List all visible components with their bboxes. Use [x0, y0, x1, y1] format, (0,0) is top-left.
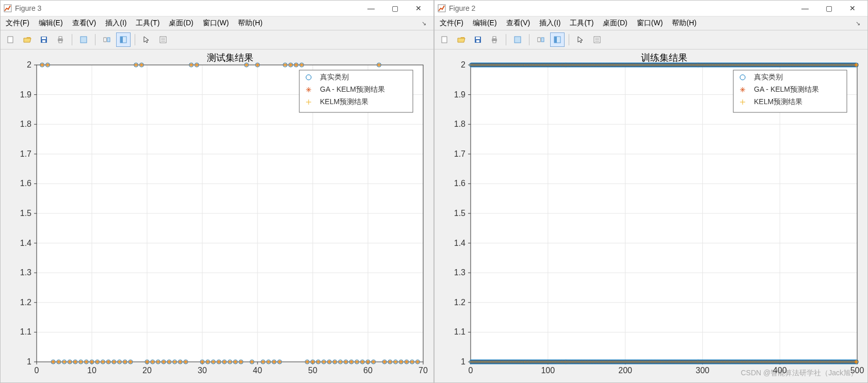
minimize-button[interactable]: —: [793, 1, 817, 16]
svg-text:0: 0: [35, 366, 39, 375]
figure-palette-icon[interactable]: [76, 32, 91, 47]
close-button[interactable]: ✕: [407, 1, 430, 16]
svg-text:0: 0: [469, 366, 473, 375]
toolbar: [435, 30, 867, 49]
svg-rect-9: [104, 38, 106, 42]
menu-tools[interactable]: 工具(T): [570, 19, 593, 28]
dock-icon[interactable]: [550, 32, 565, 47]
svg-text:1.5: 1.5: [20, 209, 31, 218]
maximize-button[interactable]: ▢: [383, 1, 407, 16]
figure-palette-icon[interactable]: [510, 32, 525, 47]
new-icon[interactable]: [4, 32, 18, 47]
new-icon[interactable]: [438, 32, 452, 47]
titlebar[interactable]: Figure 2 — ▢ ✕: [435, 1, 867, 16]
pointer-icon[interactable]: [573, 32, 588, 47]
svg-text:真实类别: 真实类别: [754, 73, 783, 81]
menu-window[interactable]: 窗口(W): [637, 19, 663, 28]
dock-icon[interactable]: [116, 32, 131, 47]
svg-text:30: 30: [198, 366, 207, 375]
maximize-button[interactable]: ▢: [817, 1, 841, 16]
svg-rect-8: [81, 37, 87, 43]
open-icon[interactable]: [454, 32, 469, 47]
svg-text:KELM预测结果: KELM预测结果: [754, 97, 802, 106]
print-icon[interactable]: [487, 32, 502, 47]
menu-desktop[interactable]: 桌面(D): [169, 19, 193, 28]
menu-insert[interactable]: 插入(I): [105, 19, 126, 28]
svg-rect-3: [42, 37, 46, 39]
menu-help[interactable]: 帮助(H): [672, 19, 696, 28]
svg-rect-579: [515, 37, 521, 43]
window-title: Figure 2: [449, 4, 475, 12]
svg-text:2: 2: [461, 60, 465, 69]
svg-text:1.7: 1.7: [20, 149, 31, 158]
menu-view[interactable]: 查看(V): [506, 19, 531, 28]
svg-rect-574: [476, 37, 480, 39]
figure-window-2: Figure 2 — ▢ ✕ 文件(F) 编辑(E) 查看(V) 插入(I) 工…: [434, 0, 868, 383]
separator: [506, 34, 506, 45]
svg-rect-12: [120, 37, 123, 43]
svg-rect-578: [493, 41, 496, 43]
svg-text:500: 500: [850, 366, 864, 375]
svg-text:真实类别: 真实类别: [320, 73, 349, 81]
minimize-button[interactable]: —: [359, 1, 383, 16]
close-button[interactable]: ✕: [841, 1, 864, 16]
svg-rect-572: [442, 37, 447, 43]
pointer-icon[interactable]: [139, 32, 154, 47]
save-icon[interactable]: [37, 32, 51, 47]
menu-overflow-icon[interactable]: ↘: [422, 20, 426, 27]
svg-rect-577: [493, 37, 496, 39]
svg-rect-7: [59, 41, 62, 43]
open-icon[interactable]: [20, 32, 35, 47]
separator: [135, 34, 135, 45]
separator: [72, 34, 72, 45]
svg-rect-575: [476, 40, 479, 42]
svg-text:20: 20: [142, 366, 152, 375]
menu-insert[interactable]: 插入(I): [539, 19, 560, 28]
menu-window[interactable]: 窗口(W): [203, 19, 229, 28]
menu-edit[interactable]: 编辑(E): [39, 19, 63, 28]
inspect-icon[interactable]: [156, 32, 170, 47]
svg-text:1.8: 1.8: [454, 120, 465, 128]
window-title: Figure 3: [15, 4, 41, 12]
menu-edit[interactable]: 编辑(E): [473, 19, 497, 28]
matlab-icon: [438, 4, 446, 12]
menu-help[interactable]: 帮助(H): [238, 19, 262, 28]
svg-text:1.6: 1.6: [20, 179, 31, 188]
titlebar[interactable]: Figure 3 — ▢ ✕: [1, 1, 433, 16]
print-icon[interactable]: [53, 32, 68, 47]
svg-text:60: 60: [363, 366, 373, 375]
link-axes-icon[interactable]: [534, 32, 548, 47]
menu-tools[interactable]: 工具(T): [136, 19, 159, 28]
svg-rect-583: [554, 37, 557, 43]
svg-text:1.2: 1.2: [20, 298, 31, 307]
svg-text:1.1: 1.1: [454, 327, 465, 336]
svg-rect-581: [541, 38, 544, 42]
separator: [569, 34, 569, 45]
menu-file[interactable]: 文件(F): [440, 19, 463, 28]
svg-text:1.7: 1.7: [454, 149, 465, 158]
plot-area[interactable]: 010020030040050011.11.21.31.41.51.61.71.…: [435, 49, 867, 382]
link-axes-icon[interactable]: [100, 32, 114, 47]
figure-window-3: Figure 3 — ▢ ✕ 文件(F) 编辑(E) 查看(V) 插入(I) 工…: [0, 0, 434, 383]
svg-text:1.2: 1.2: [454, 298, 465, 307]
menu-view[interactable]: 查看(V): [72, 19, 97, 28]
svg-text:GA - KELM预测结果: GA - KELM预测结果: [754, 85, 819, 93]
svg-text:1.4: 1.4: [20, 239, 31, 247]
save-icon[interactable]: [471, 32, 485, 47]
svg-text:1.9: 1.9: [454, 90, 465, 99]
menu-file[interactable]: 文件(F): [6, 19, 29, 28]
svg-text:1.5: 1.5: [454, 209, 465, 218]
svg-text:1: 1: [27, 357, 31, 366]
menu-overflow-icon[interactable]: ↘: [856, 20, 860, 27]
menubar: 文件(F) 编辑(E) 查看(V) 插入(I) 工具(T) 桌面(D) 窗口(W…: [1, 16, 433, 30]
separator: [95, 34, 95, 45]
svg-text:100: 100: [541, 366, 555, 375]
svg-text:50: 50: [308, 366, 317, 375]
menu-desktop[interactable]: 桌面(D): [603, 19, 627, 28]
inspect-icon[interactable]: [590, 32, 604, 47]
separator: [529, 34, 529, 45]
plot-area[interactable]: 01020304050607011.11.21.31.41.51.61.71.8…: [1, 49, 433, 382]
svg-rect-10: [107, 38, 110, 42]
svg-text:1.3: 1.3: [454, 268, 465, 277]
menubar: 文件(F) 编辑(E) 查看(V) 插入(I) 工具(T) 桌面(D) 窗口(W…: [435, 16, 867, 30]
